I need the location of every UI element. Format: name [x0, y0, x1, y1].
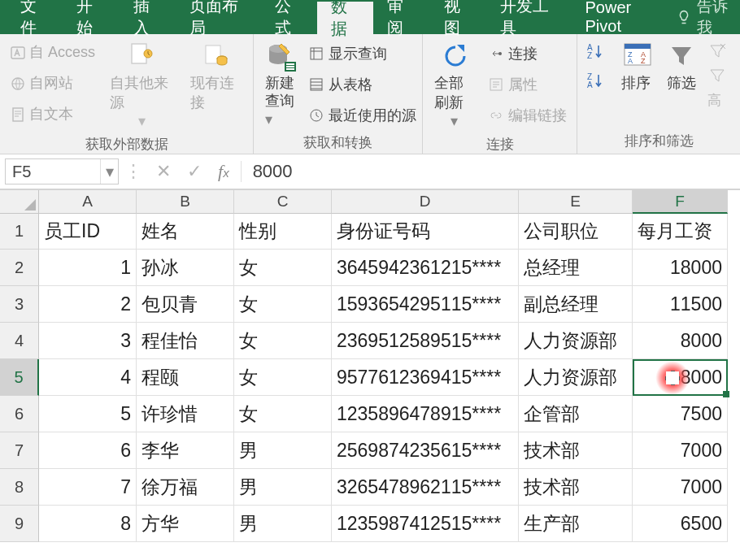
cell[interactable]: 3265478962115**** — [332, 469, 519, 506]
filter-button[interactable]: 筛选 — [662, 37, 701, 130]
cell[interactable]: 1235987412515**** — [332, 506, 519, 542]
cell[interactable]: 男 — [234, 506, 332, 542]
tab-formulas[interactable]: 公式 — [261, 0, 317, 34]
cell[interactable]: 7500 — [633, 396, 728, 432]
cell[interactable]: 1235896478915**** — [332, 396, 519, 432]
cell[interactable]: 技术部 — [519, 469, 633, 506]
cell[interactable]: 员工ID — [39, 214, 137, 250]
cell[interactable]: 每月工资 — [633, 214, 728, 250]
sort-desc-button[interactable]: ZA — [585, 72, 608, 89]
select-all-corner[interactable] — [0, 190, 39, 214]
rowhead-1[interactable]: 1 — [0, 214, 39, 250]
cell[interactable]: 7 — [39, 469, 137, 506]
enter-button[interactable]: ✓ — [179, 161, 210, 182]
cell[interactable]: 2 — [39, 286, 137, 323]
cell[interactable]: 6 — [39, 432, 137, 469]
cell[interactable]: 副总经理 — [519, 286, 633, 323]
cell[interactable]: 姓名 — [137, 214, 234, 250]
cell[interactable]: 3 — [39, 323, 137, 359]
sort-button[interactable]: ZAAZ 排序 — [616, 37, 655, 130]
colhead-A[interactable]: A — [39, 190, 137, 214]
cell[interactable]: 企管部 — [519, 396, 633, 432]
cell[interactable]: 7000 — [633, 469, 728, 506]
cell[interactable]: 女 — [234, 286, 332, 323]
rowhead-8[interactable]: 8 — [0, 469, 39, 506]
colhead-C[interactable]: C — [234, 190, 332, 214]
cell[interactable]: 许珍惜 — [137, 396, 234, 432]
cell[interactable]: 女 — [234, 250, 332, 286]
from-web-button[interactable]: 自网站 — [7, 72, 98, 94]
rowhead-9[interactable]: 9 — [0, 506, 39, 542]
reapply-filter-button[interactable] — [707, 67, 727, 83]
cell[interactable]: 李华 — [137, 432, 234, 469]
rowhead-3[interactable]: 3 — [0, 286, 39, 323]
cell[interactable]: 3645942361215**** — [332, 250, 519, 286]
rowhead-2[interactable]: 2 — [0, 250, 39, 286]
cell[interactable]: 徐万福 — [137, 469, 234, 506]
cell[interactable]: 9577612369415**** — [332, 359, 519, 396]
properties-button[interactable]: 属性 — [485, 73, 570, 96]
cell[interactable]: 6500 — [633, 506, 728, 542]
tab-developer[interactable]: 开发工具 — [486, 0, 572, 34]
cell[interactable]: 8000 — [633, 359, 728, 396]
edit-links-button[interactable]: 编辑链接 — [485, 104, 570, 127]
tab-data[interactable]: 数据 — [317, 2, 373, 34]
formula-input[interactable]: 8000 — [242, 161, 740, 182]
tell-me-search[interactable]: 告诉我 — [676, 0, 740, 34]
cell[interactable]: 人力资源部 — [519, 323, 633, 359]
tab-view[interactable]: 视图 — [430, 0, 486, 34]
rowhead-5[interactable]: 5 — [0, 359, 39, 396]
tab-file[interactable]: 文件 — [7, 0, 63, 34]
cell[interactable]: 11500 — [633, 286, 728, 323]
cell[interactable]: 女 — [234, 323, 332, 359]
tab-review[interactable]: 审阅 — [373, 0, 429, 34]
cell[interactable]: 方华 — [137, 506, 234, 542]
cell[interactable]: 8000 — [633, 323, 728, 359]
tab-insert[interactable]: 插入 — [120, 0, 176, 34]
spreadsheet-grid[interactable]: A B C D E F 1 员工ID 姓名 性别 身份证号码 公司职位 每月工资… — [0, 190, 740, 542]
from-table-button[interactable]: 从表格 — [306, 73, 420, 96]
refresh-all-button[interactable]: 全部刷新 ▾ — [429, 37, 479, 133]
colhead-E[interactable]: E — [519, 190, 633, 214]
cell[interactable]: 总经理 — [519, 250, 633, 286]
new-query-button[interactable]: 新建 查询 ▾ — [260, 37, 299, 132]
cell[interactable]: 2369512589515**** — [332, 323, 519, 359]
cell[interactable]: 人力资源部 — [519, 359, 633, 396]
cancel-button[interactable]: ✕ — [148, 161, 179, 182]
cell[interactable]: 18000 — [633, 250, 728, 286]
from-other-sources-button[interactable]: 自其他来源 ▾ — [105, 37, 179, 133]
cell[interactable]: 男 — [234, 432, 332, 469]
cell[interactable]: 身份证号码 — [332, 214, 519, 250]
cell[interactable]: 程佳怡 — [137, 323, 234, 359]
from-access-button[interactable]: 自 Access — [7, 41, 98, 63]
cell[interactable]: 5 — [39, 396, 137, 432]
cell[interactable]: 公司职位 — [519, 214, 633, 250]
cell[interactable]: 女 — [234, 359, 332, 396]
cell[interactable]: 8 — [39, 506, 137, 542]
rowhead-6[interactable]: 6 — [0, 396, 39, 432]
cell[interactable]: 生产部 — [519, 506, 633, 542]
colhead-B[interactable]: B — [137, 190, 234, 214]
cell[interactable]: 7000 — [633, 432, 728, 469]
cell[interactable]: 程颐 — [137, 359, 234, 396]
name-box[interactable]: F5 ▾ — [5, 158, 119, 184]
cell[interactable]: 包贝青 — [137, 286, 234, 323]
from-text-button[interactable]: 自文本 — [7, 102, 98, 125]
cell[interactable]: 性别 — [234, 214, 332, 250]
sort-asc-button[interactable]: AZ — [585, 42, 608, 60]
existing-connections-button[interactable]: 现有连接 — [185, 37, 246, 133]
cell[interactable]: 孙冰 — [137, 250, 234, 286]
cell[interactable]: 1593654295115**** — [332, 286, 519, 323]
tab-home[interactable]: 开始 — [63, 0, 119, 34]
cell[interactable]: 技术部 — [519, 432, 633, 469]
name-box-dropdown-icon[interactable]: ▾ — [100, 159, 118, 184]
cell[interactable]: 女 — [234, 396, 332, 432]
tab-powerpivot[interactable]: Power Pivot — [571, 0, 675, 34]
show-queries-button[interactable]: 显示查询 — [306, 42, 420, 65]
cell[interactable]: 男 — [234, 469, 332, 506]
cell[interactable]: 1 — [39, 250, 137, 286]
connections-button[interactable]: 连接 — [485, 42, 570, 65]
cell[interactable]: 2569874235615**** — [332, 432, 519, 469]
colhead-D[interactable]: D — [332, 190, 519, 214]
rowhead-4[interactable]: 4 — [0, 323, 39, 359]
